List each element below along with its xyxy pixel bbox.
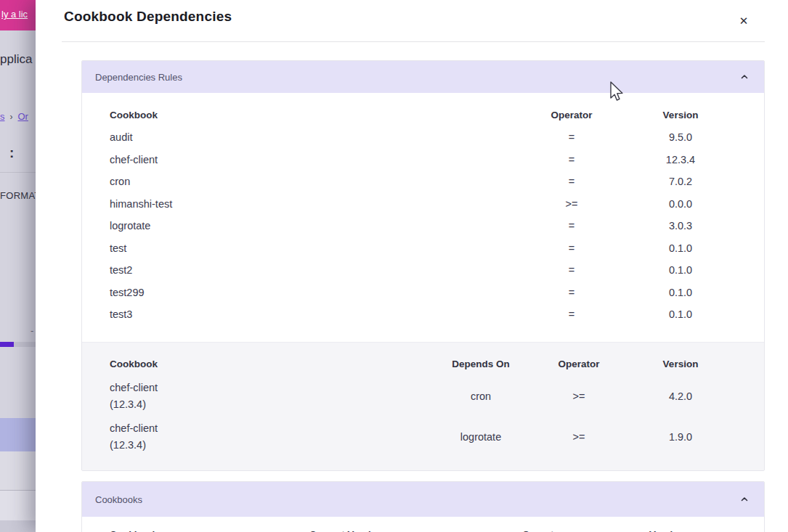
version-value: 0.0.0	[626, 198, 735, 210]
table-row: test299 = 0.1.0	[82, 282, 764, 304]
version-value: 3.0.3	[626, 220, 735, 232]
selected-row-highlight	[0, 418, 36, 451]
operator-value: =	[517, 220, 626, 232]
table-row: himanshi-test >= 0.0.0	[82, 193, 764, 216]
column-header-version: Version	[626, 110, 735, 120]
cookbook-name: chef-client	[110, 154, 517, 165]
close-icon[interactable]: ✕	[735, 12, 752, 30]
breadcrumb-separator: ›	[10, 112, 13, 122]
list-row	[0, 491, 36, 520]
operator-value: =	[517, 242, 626, 254]
license-banner: ly a lic	[0, 0, 36, 30]
cookbook-name: test2	[110, 264, 517, 276]
operator-value: =	[517, 308, 626, 320]
modal-title: Cookbook Dependencies	[64, 9, 232, 25]
breadcrumb: s›Or	[0, 111, 28, 122]
column-header-operator: Operator	[532, 359, 626, 369]
version-value: 0.1.0	[626, 242, 735, 254]
column-header-cookbook: Cookbook	[110, 359, 430, 369]
rules-table-header-row: Cookbook Operator Version	[82, 103, 764, 126]
tab-information-fragment[interactable]: FORMAT	[0, 190, 36, 201]
operator-value: >=	[532, 390, 626, 402]
table-row: chef-client (12.3.4) logrotate >= 1.9.0	[82, 417, 764, 457]
version-value: 0.1.0	[626, 308, 735, 320]
cookbook-name: test	[110, 242, 517, 254]
column-header-current-version: Current Version	[309, 529, 522, 532]
footer-band	[0, 520, 36, 532]
version-value: 0.1.0	[626, 287, 735, 298]
cookbooks-title: Cookbooks	[95, 494, 142, 505]
cookbook-name: logrotate	[110, 220, 517, 232]
license-banner-link[interactable]: ly a lic	[1, 9, 28, 20]
cookbooks-header[interactable]: Cookbooks	[82, 482, 764, 517]
chevron-up-icon[interactable]	[741, 73, 748, 81]
column-header-version: Version	[649, 529, 764, 532]
version-value: 7.0.2	[626, 176, 735, 187]
app-title-fragment: pplica	[0, 52, 32, 67]
column-header-cookbook: Cookbook	[110, 529, 309, 532]
cookbook-name-with-version: chef-client (12.3.4)	[110, 380, 430, 413]
version-value: 4.2.0	[626, 390, 735, 402]
cookbook-name: audit	[110, 131, 517, 143]
operator-value: >=	[517, 198, 626, 210]
breadcrumb-current-link[interactable]: Or	[18, 111, 28, 122]
table-row: chef-client (12.3.4) cron >= 4.2.0	[82, 376, 764, 417]
cookbooks-table-header-row: Cookbook Current Version Operator Versio…	[82, 517, 764, 532]
divider	[62, 41, 765, 42]
operator-value: =	[517, 176, 626, 187]
depends-on-value: cron	[430, 390, 532, 402]
chevron-up-icon[interactable]	[741, 496, 748, 503]
column-header-depends-on: Depends On	[430, 359, 532, 369]
table-row: cron = 7.0.2	[82, 171, 764, 193]
operator-value: =	[517, 287, 626, 298]
version-value: 9.5.0	[626, 131, 735, 143]
list-row	[0, 451, 36, 490]
cookbook-name: test299	[110, 287, 517, 298]
table-row: test2 = 0.1.0	[82, 259, 764, 282]
cookbook-name-with-version: chef-client (12.3.4)	[110, 420, 430, 454]
operator-value: =	[517, 131, 626, 143]
background-page-sliver: ly a lic pplica s›Or : FORMAT -	[0, 0, 36, 532]
depends-on-value: logrotate	[430, 431, 532, 443]
table-row: chef-client = 12.3.4	[82, 149, 764, 171]
rules-table: Cookbook Operator Version audit = 9.5.0 …	[82, 93, 764, 326]
table-row: audit = 9.5.0	[82, 126, 764, 149]
column-header-version: Version	[626, 359, 735, 369]
version-value: 0.1.0	[626, 264, 735, 276]
breadcrumb-prev-link[interactable]: s	[0, 111, 5, 122]
operator-value: >=	[532, 431, 626, 443]
table-row: test3 = 0.1.0	[82, 303, 764, 326]
version-value: 1.9.0	[626, 431, 735, 443]
dependencies-rules-header[interactable]: Dependencies Rules	[82, 61, 764, 93]
cookbook-name: cron	[110, 176, 517, 187]
operator-value: =	[517, 154, 626, 165]
table-row: logrotate = 3.0.3	[82, 215, 764, 237]
cookbook-dependencies-modal: Cookbook Dependencies ✕ Dependencies Rul…	[36, 0, 788, 532]
column-header-operator: Operator	[517, 110, 626, 120]
column-header-cookbook: Cookbook	[110, 110, 517, 120]
page-heading-fragment: :	[9, 145, 14, 161]
operator-value: =	[517, 264, 626, 276]
progress-track	[0, 342, 36, 347]
divider	[0, 172, 36, 173]
dependencies-table: Cookbook Depends On Operator Version che…	[82, 342, 764, 470]
progress-bar-fill	[0, 342, 14, 347]
cookbooks-panel: Cookbooks Cookbook Current Version Opera…	[81, 481, 765, 532]
version-value: 12.3.4	[626, 154, 735, 165]
dependencies-table-header-row: Cookbook Depends On Operator Version	[82, 351, 764, 376]
cookbook-name: himanshi-test	[110, 198, 517, 210]
dash-fragment: -	[31, 325, 33, 336]
column-header-operator: Operator	[522, 529, 649, 532]
dependencies-rules-title: Dependencies Rules	[95, 72, 182, 83]
dependencies-rules-panel: Dependencies Rules Cookbook Operator Ver…	[81, 60, 765, 471]
cookbook-name: test3	[110, 308, 517, 320]
table-row: test = 0.1.0	[82, 237, 764, 260]
